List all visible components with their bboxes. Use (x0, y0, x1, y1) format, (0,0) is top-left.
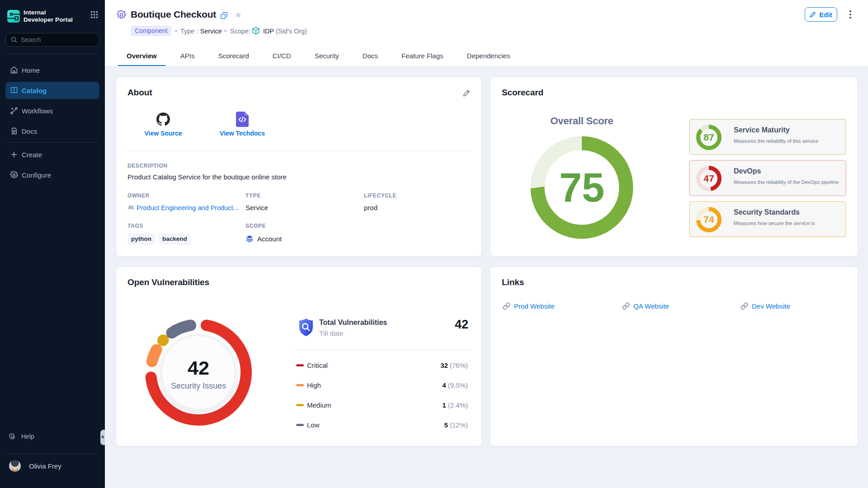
svg-text:?: ? (11, 434, 13, 437)
svg-text:87: 87 (703, 132, 714, 142)
svg-text:75: 75 (559, 165, 604, 210)
svg-text:74: 74 (703, 214, 714, 225)
svg-text:47: 47 (703, 173, 714, 183)
